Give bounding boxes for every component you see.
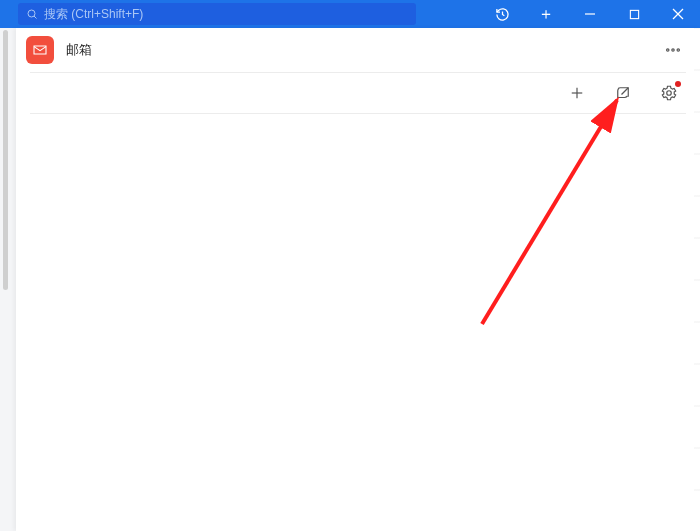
- minimize-button[interactable]: [568, 0, 612, 28]
- gear-icon: [660, 84, 678, 102]
- svg-point-6: [667, 49, 669, 51]
- plus-icon: [568, 84, 586, 102]
- svg-point-8: [677, 49, 679, 51]
- history-icon: [495, 7, 510, 22]
- minimize-icon: [584, 8, 596, 20]
- svg-point-12: [667, 91, 672, 96]
- global-search[interactable]: [18, 3, 416, 25]
- search-icon: [26, 8, 38, 20]
- mail-content-empty: [16, 114, 700, 531]
- maximize-icon: [629, 9, 640, 20]
- svg-rect-3: [630, 10, 638, 18]
- svg-point-7: [672, 49, 674, 51]
- plus-icon: ＋: [538, 6, 554, 22]
- new-tab-button[interactable]: ＋: [524, 0, 568, 28]
- svg-line-11: [622, 88, 629, 95]
- settings-notification-dot: [675, 81, 681, 87]
- panel-header: 邮箱: [16, 28, 700, 72]
- maximize-button[interactable]: [612, 0, 656, 28]
- close-icon: [672, 8, 684, 20]
- mail-icon: [32, 42, 48, 58]
- title-bar: ＋: [0, 0, 700, 28]
- add-account-button[interactable]: [562, 78, 592, 108]
- settings-button[interactable]: [654, 78, 684, 108]
- open-external-icon: [614, 84, 632, 102]
- panel-more-button[interactable]: [658, 35, 688, 65]
- panel-title: 邮箱: [66, 41, 92, 59]
- close-window-button[interactable]: [656, 0, 700, 28]
- search-input[interactable]: [44, 7, 408, 21]
- more-icon: [664, 41, 682, 59]
- app-window: ＋ 邮箱: [0, 0, 700, 531]
- mail-app-icon: [26, 36, 54, 64]
- svg-line-1: [34, 16, 37, 19]
- mail-toolbar: [16, 73, 700, 113]
- open-external-button[interactable]: [608, 78, 638, 108]
- mail-panel: 邮箱: [16, 28, 700, 531]
- cropped-edge: [694, 28, 700, 531]
- history-button[interactable]: [480, 0, 524, 28]
- svg-point-0: [28, 10, 35, 17]
- sidebar-scrollbar[interactable]: [3, 30, 8, 290]
